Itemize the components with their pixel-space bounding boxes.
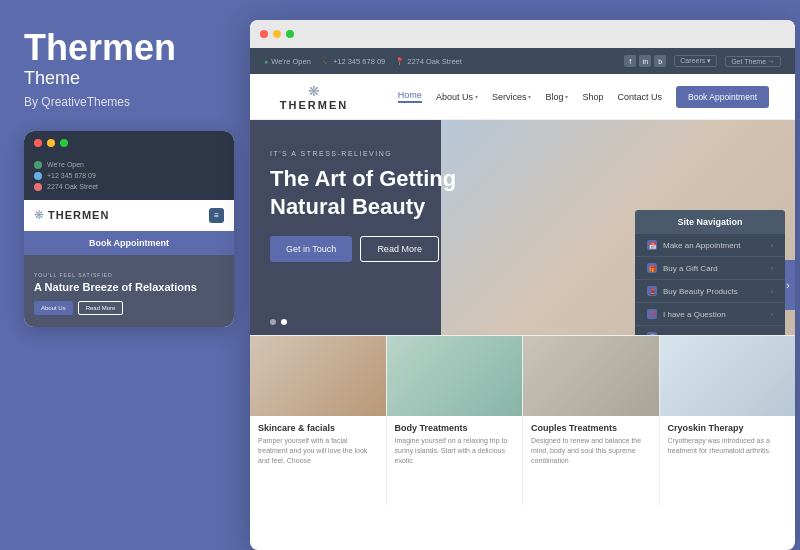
address-icon <box>34 183 42 191</box>
mobile-nav: ❋ THERMEN ≡ <box>24 200 234 231</box>
services-section: Skincare & facials Pamper yourself with … <box>250 335 795 505</box>
nav-overlay-item-appointment[interactable]: 📅 Make an Appointment › <box>635 234 785 257</box>
nav-overlay-appointment-text: Make an Appointment <box>663 241 740 250</box>
topbar-open: ● We're Open <box>264 57 311 66</box>
body-info: Body Treatments Imagine yourself on a re… <box>387 416 523 505</box>
logo-icon: ❋ <box>308 83 320 99</box>
blog-arrow-icon: ▾ <box>565 93 568 100</box>
preview-content: ● We're Open 📞 +12 345 678 09 📍 2274 Oak… <box>250 48 795 550</box>
nav-overlay-hours-left: 🕐 View Opening Hours <box>647 332 736 335</box>
mobile-book-button[interactable]: Book Appointment <box>24 231 234 255</box>
site-topbar-right: f in b Careers ▾ Get Theme → <box>624 55 781 67</box>
nav-overlay-question-left: ❓ I have a Question <box>647 309 726 319</box>
topbar-phone-text: +12 345 678 09 <box>333 57 385 66</box>
mobile-hamburger-button[interactable]: ≡ <box>209 208 224 223</box>
mobile-about-button[interactable]: About Us <box>34 301 73 315</box>
nav-blog[interactable]: Blog ▾ <box>545 92 568 102</box>
site-topbar-left: ● We're Open 📞 +12 345 678 09 📍 2274 Oak… <box>264 57 462 66</box>
service-card-couples: Couples Treatments Designed to renew and… <box>523 336 660 505</box>
hero-read-more-button[interactable]: Read More <box>360 236 439 262</box>
couples-image <box>523 336 659 416</box>
service-card-cryoskin: Cryoskin Therapy Cryotherapy was introdu… <box>660 336 796 505</box>
hero-dot-1[interactable] <box>270 319 276 325</box>
mobile-readmore-button[interactable]: Read More <box>78 301 124 315</box>
couples-info: Couples Treatments Designed to renew and… <box>523 416 659 505</box>
nav-shop[interactable]: Shop <box>582 92 603 102</box>
dot-yellow <box>47 139 55 147</box>
open-dot-icon: ● <box>264 58 268 65</box>
main-preview: ● We're Open 📞 +12 345 678 09 📍 2274 Oak… <box>250 20 795 550</box>
hero-title: The Art of Getting Natural Beauty <box>270 165 490 220</box>
mobile-topbar: We're Open +12 345 678 09 2274 Oak Stree… <box>24 155 234 200</box>
facebook-icon[interactable]: f <box>624 55 636 67</box>
hero-small-text: IT'S A STRESS-RELIEVING <box>270 150 775 157</box>
nav-overlay-gift-text: Buy a Gift Card <box>663 264 718 273</box>
blog-icon[interactable]: b <box>654 55 666 67</box>
preview-dot-yellow <box>273 30 281 38</box>
appointment-icon: 📅 <box>647 240 657 250</box>
nav-overlay-question-text: I have a Question <box>663 310 726 319</box>
body-desc: Imagine yourself on a relaxing trip to s… <box>395 436 515 465</box>
mobile-open-text: We're Open <box>47 161 84 168</box>
mobile-hero-title: A Nature Breeze of Relaxations <box>34 280 224 294</box>
service-card-body: Body Treatments Imagine yourself on a re… <box>387 336 524 505</box>
nav-contact[interactable]: Contact Us <box>617 92 662 102</box>
brand-by: By QreativeThemes <box>24 95 221 109</box>
brand-subtitle: Theme <box>24 68 221 89</box>
logo-text: THERMEN <box>280 99 348 111</box>
mobile-topbar-address-row: 2274 Oak Street <box>34 183 224 191</box>
topbar-open-text: We're Open <box>271 57 311 66</box>
nav-about[interactable]: About Us ▾ <box>436 92 478 102</box>
mobile-preview-card: We're Open +12 345 678 09 2274 Oak Stree… <box>24 131 234 327</box>
hero-section: IT'S A STRESS-RELIEVING The Art of Getti… <box>250 120 795 335</box>
hero-dot-2[interactable] <box>281 319 287 325</box>
site-navigation-overlay: Site Navigation 📅 Make an Appointment › … <box>635 210 785 335</box>
phone-icon-text: 📞 <box>321 57 330 66</box>
preview-dot-green <box>286 30 294 38</box>
dot-green <box>60 139 68 147</box>
book-appointment-button[interactable]: Book Appointment <box>676 86 769 108</box>
get-theme-button[interactable]: Get Theme → <box>725 56 781 67</box>
mobile-titlebar <box>24 131 234 155</box>
phone-icon <box>34 172 42 180</box>
hero-get-in-touch-button[interactable]: Get in Touch <box>270 236 352 262</box>
nav-overlay-item-question[interactable]: ❓ I have a Question › <box>635 303 785 326</box>
skincare-image <box>250 336 386 416</box>
cryoskin-title: Cryoskin Therapy <box>668 423 788 433</box>
services-arrow-icon: ▾ <box>528 93 531 100</box>
beauty-arrow-icon: › <box>771 288 773 295</box>
careers-button[interactable]: Careers ▾ <box>674 55 717 67</box>
mobile-logo-area: ❋ THERMEN <box>34 208 109 222</box>
preview-titlebar <box>250 20 795 48</box>
preview-dot-red <box>260 30 268 38</box>
site-nav-overlay-title: Site Navigation <box>635 210 785 234</box>
cryoskin-image <box>660 336 796 416</box>
skincare-title: Skincare & facials <box>258 423 378 433</box>
brand-title: Thermen <box>24 28 221 68</box>
body-title: Body Treatments <box>395 423 515 433</box>
nav-overlay-appointment-left: 📅 Make an Appointment <box>647 240 740 250</box>
hours-icon: 🕐 <box>647 332 657 335</box>
linkedin-icon[interactable]: in <box>639 55 651 67</box>
nav-overlay-item-gift[interactable]: 🎁 Buy a Gift Card › <box>635 257 785 280</box>
left-panel: Thermen Theme By QreativeThemes We're Op… <box>0 0 245 550</box>
mobile-address-text: 2274 Oak Street <box>47 183 98 190</box>
question-arrow-icon: › <box>771 311 773 318</box>
gift-arrow-icon: › <box>771 265 773 272</box>
topbar-address-text: 2274 Oak Street <box>407 57 462 66</box>
site-topbar: ● We're Open 📞 +12 345 678 09 📍 2274 Oak… <box>250 48 795 74</box>
question-icon: ❓ <box>647 309 657 319</box>
mobile-topbar-open-row: We're Open <box>34 161 224 169</box>
nav-services[interactable]: Services ▾ <box>492 92 532 102</box>
hero-dots <box>270 319 287 325</box>
mobile-logo-icon: ❋ <box>34 208 44 222</box>
nav-overlay-beauty-left: 💄 Buy Beauty Products <box>647 286 738 296</box>
cryoskin-desc: Cryotherapy was introduced as a treatmen… <box>668 436 788 456</box>
skincare-desc: Pamper yourself with a facial treatment … <box>258 436 378 465</box>
nav-home[interactable]: Home <box>398 90 422 103</box>
service-card-skincare: Skincare & facials Pamper yourself with … <box>250 336 387 505</box>
location-icon-text: 📍 <box>395 57 404 66</box>
mobile-topbar-phone-row: +12 345 678 09 <box>34 172 224 180</box>
nav-overlay-item-hours[interactable]: 🕐 View Opening Hours › <box>635 326 785 335</box>
nav-overlay-item-beauty[interactable]: 💄 Buy Beauty Products › <box>635 280 785 303</box>
